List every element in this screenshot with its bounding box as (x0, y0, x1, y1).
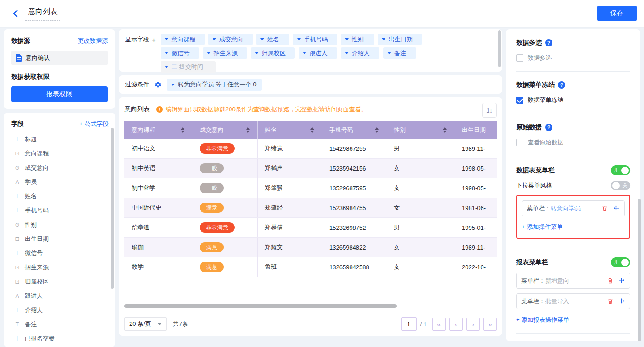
sort-icon[interactable] (181, 127, 184, 133)
move-icon[interactable] (618, 298, 625, 305)
display-field-chip-disabled[interactable]: 二 提交时间 (161, 61, 216, 73)
divider (516, 156, 630, 156)
field-item-remark[interactable]: T备注 (11, 317, 109, 331)
column-header-intent[interactable]: 成交意向 (192, 121, 258, 139)
filter-label: 过滤条件 (125, 80, 149, 89)
column-header-birthdate[interactable]: 出生日期 (454, 121, 497, 139)
move-icon[interactable] (618, 277, 625, 284)
report-permission-button[interactable]: 报表权限 (11, 86, 108, 102)
display-field-chip[interactable]: 姓名 (256, 34, 289, 45)
column-header-course[interactable]: 意向课程 (124, 121, 192, 139)
sort-icon[interactable] (443, 127, 447, 133)
column-header-gender[interactable]: 性别 (386, 121, 454, 139)
display-field-chip[interactable]: 介绍人 (341, 47, 380, 59)
page-size-select[interactable]: 20 条/页 (124, 317, 167, 331)
chevron-down-icon (345, 38, 349, 40)
last-page-button[interactable]: » (483, 318, 497, 331)
datasource-selected[interactable]: 意向确认 (11, 51, 108, 65)
chevron-down-icon (165, 52, 168, 54)
settings-scrollbar[interactable] (638, 199, 641, 341)
field-item-gender[interactable]: ⊙性别 (11, 217, 109, 232)
checkbox-unchecked-icon[interactable] (516, 139, 523, 146)
change-datasource-link[interactable]: 更改数据源 (78, 37, 108, 45)
add-report-action-menu-link[interactable]: + 添加报表操作菜单 (516, 316, 569, 324)
status-badge: 非常满意 (200, 222, 235, 233)
delete-icon[interactable] (601, 205, 608, 212)
next-page-button[interactable]: › (466, 318, 480, 331)
checkbox-unchecked-icon[interactable] (516, 54, 523, 62)
fields-scrollbar[interactable] (111, 128, 114, 289)
column-header-phone[interactable]: 手机号码 (322, 121, 386, 139)
multi-select-checkbox[interactable]: 数据多选 (516, 54, 630, 62)
help-icon[interactable]: ? (545, 39, 552, 46)
menu-item-new-intent[interactable]: 菜单栏： 新增意向 (516, 273, 630, 289)
chevron-down-icon (165, 38, 168, 40)
menu-freeze-checkbox[interactable]: 数据菜单冻结 (516, 96, 630, 104)
back-icon[interactable] (13, 10, 18, 17)
report-menu-toggle[interactable]: 开 (611, 257, 630, 267)
move-icon[interactable] (613, 205, 620, 212)
dropdown-style-toggle[interactable]: 关 (611, 181, 630, 190)
sort-icon[interactable] (375, 127, 379, 133)
display-field-chip[interactable]: 意向课程 (161, 34, 205, 45)
table-title: 意向列表 (124, 103, 150, 114)
display-field-chip[interactable]: 性别 (341, 34, 374, 45)
help-icon[interactable]: ? (545, 124, 552, 131)
field-item-follower[interactable]: A跟进人 (11, 289, 109, 303)
document-icon (16, 54, 22, 62)
delete-icon[interactable] (607, 277, 614, 284)
field-item-birthdate[interactable]: ⊟出生日期 (11, 232, 109, 246)
field-item-student[interactable]: A学员 (11, 175, 109, 189)
display-field-chip[interactable]: 微信号 (161, 47, 199, 59)
menu-item-convert-student[interactable]: 菜单栏： 转意向学员 (522, 200, 625, 216)
field-item-phone[interactable]: I手机号码 (11, 203, 109, 217)
raw-data-checkbox[interactable]: 查看原始数据 (516, 138, 630, 147)
help-icon[interactable]: ? (558, 81, 565, 89)
display-field-chip[interactable]: 成交意向 (208, 34, 253, 45)
field-item-campus[interactable]: ⊡归属校区 (11, 274, 109, 289)
text-field-icon: I (14, 336, 21, 342)
field-item-referrer[interactable]: I介绍人 (11, 303, 109, 317)
raw-data-title: 原始数据 (516, 123, 542, 131)
center-scrollbar[interactable] (498, 30, 501, 67)
display-field-chip[interactable]: 手机号码 (293, 34, 337, 45)
chevron-down-icon (207, 52, 211, 54)
fields-panel: 字段 + 公式字段 T标题 ⊡意向课程 ⊙成交意向 A学员 I姓名 I手机号码 … (4, 113, 115, 347)
field-item-wechat[interactable]: I微信号 (11, 246, 109, 260)
page-number-input[interactable]: 1 (401, 317, 417, 331)
prev-page-button[interactable]: ‹ (449, 318, 463, 331)
add-formula-field-link[interactable]: + 公式字段 (80, 120, 109, 128)
table-menu-toggle[interactable]: 开 (611, 165, 630, 175)
field-item-intent-course[interactable]: ⊡意向课程 (11, 146, 109, 160)
field-item-paid[interactable]: I已报名交费 (11, 331, 109, 346)
field-item-name[interactable]: I姓名 (11, 189, 109, 203)
field-label: 介绍人 (25, 306, 43, 314)
person-field-icon: A (14, 293, 21, 299)
display-field-chip[interactable]: 备注 (383, 47, 416, 59)
horizontal-scrollbar[interactable] (124, 304, 397, 308)
field-item-title[interactable]: T标题 (11, 132, 109, 146)
field-item-source[interactable]: ⊡招生来源 (11, 260, 109, 274)
sort-icon[interactable] (246, 127, 250, 133)
delete-icon[interactable] (607, 298, 614, 305)
sort-icon[interactable] (310, 127, 314, 133)
menu-item-batch-import[interactable]: 菜单栏： 批量导入 (516, 293, 630, 309)
display-field-chip[interactable]: 归属校区 (251, 47, 295, 59)
column-header-name[interactable]: 姓名 (258, 121, 322, 139)
title-field-icon: T (14, 136, 21, 142)
add-display-field-icon[interactable]: + (152, 36, 156, 44)
first-page-button[interactable]: « (432, 318, 446, 331)
add-action-menu-link[interactable]: + 添加操作菜单 (522, 223, 563, 231)
select-field-icon: ⊡ (14, 264, 21, 271)
display-field-chip[interactable]: 出生日期 (378, 34, 422, 45)
gear-icon[interactable] (155, 81, 161, 88)
display-field-chip[interactable]: 跟进人 (299, 47, 337, 59)
save-button[interactable]: 保存 (597, 6, 637, 21)
table-header-row: 意向课程 成交意向 姓名 手机号码 性别 出生日期 (124, 121, 497, 139)
field-label: 意向课程 (25, 149, 49, 158)
sort-order-button[interactable]: 1↓ (482, 103, 497, 118)
field-item-deal-intent[interactable]: ⊙成交意向 (11, 160, 109, 175)
display-field-chip[interactable]: 招生来源 (203, 47, 247, 59)
filter-condition-chip[interactable]: 转为意向学员 等于任意一个 0 (167, 79, 262, 91)
checkbox-checked-icon[interactable] (516, 97, 523, 104)
